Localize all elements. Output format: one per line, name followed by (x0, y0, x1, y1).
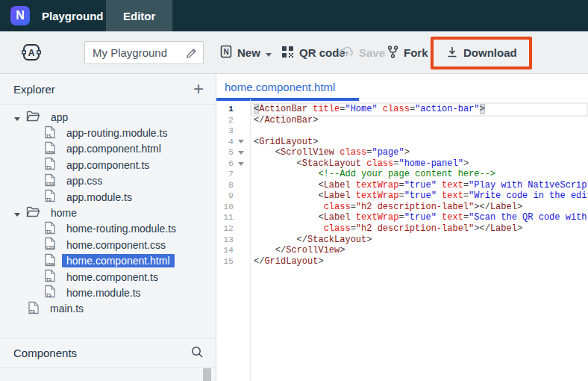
code-line-12[interactable]: class="h2 description-label"></Label> (254, 223, 588, 235)
fold-caret-icon[interactable] (234, 162, 248, 166)
code-token: GridLayout (259, 137, 313, 147)
code-token: > (517, 202, 522, 212)
line-number: 4 (216, 137, 234, 148)
gutter-row: 10 (216, 202, 250, 213)
qr-icon (281, 46, 294, 61)
code-token: > (313, 115, 318, 126)
code-token: ScrollView (286, 245, 340, 255)
tree-item-home-routing.module.ts[interactable]: TShome-routing.module.ts (0, 221, 216, 237)
code-line-14[interactable]: </ScrollView> (254, 245, 588, 256)
code-line-3[interactable] (254, 126, 588, 137)
add-file-button[interactable]: + (193, 81, 204, 96)
save-button[interactable]: Save (340, 31, 385, 74)
toolbar: A My Playground NNewQR codeSaveForkDownl… (0, 31, 588, 74)
code-token (254, 169, 318, 179)
tree-item-label: home (46, 206, 81, 220)
tree-item-label: app (46, 111, 72, 124)
code-token: > (340, 245, 345, 255)
code-line-5[interactable]: <ScrollView class="page"> (254, 147, 588, 158)
tree-item-home.component.html[interactable]: HTMLhome.component.html (0, 253, 216, 269)
components-header[interactable]: Components (0, 338, 216, 368)
code-line-1[interactable]: <ActionBar title="Home" class="action-ba… (254, 104, 588, 115)
fork-label: Fork (404, 46, 428, 59)
nativescript-logo-icon[interactable]: N (10, 6, 30, 25)
code-token: "home-panel" (398, 158, 463, 169)
tree-item-app.component.ts[interactable]: TSapp.component.ts (0, 157, 216, 173)
code-token: Label (490, 202, 517, 212)
gutter-row: 13 (216, 235, 250, 246)
open-file-tab[interactable]: home.component.html (216, 74, 359, 99)
fold-caret-icon[interactable] (234, 151, 248, 155)
code-line-11[interactable]: <Label textWrap="true" text="Scan the QR… (254, 212, 588, 223)
code-line-15[interactable]: </GridLayout> (254, 256, 588, 267)
tree-item-app[interactable]: app (0, 109, 216, 125)
explorer-sidebar: Explorer + appTSapp-routing.module.tsHTM… (0, 74, 216, 381)
tree-item-label: home.component.ts (62, 270, 163, 284)
gutter-row: 12 (216, 223, 250, 235)
code-line-2[interactable]: </ActionBar> (254, 115, 588, 126)
editor-tabbar: home.component.html (216, 74, 588, 99)
new-button[interactable]: NNew (220, 31, 272, 74)
sidebar-scrollbar-thumb[interactable] (203, 368, 211, 381)
tree-item-app.module.ts[interactable]: TSapp.module.ts (0, 189, 216, 205)
fold-caret-icon[interactable] (234, 140, 248, 143)
components-title: Components (13, 347, 77, 359)
code-token: > (404, 147, 410, 158)
top-bar: N Playground Editor (0, 0, 588, 31)
line-number: 10 (216, 202, 234, 213)
code-token: = (463, 190, 469, 201)
gutter-row: 6 (216, 158, 250, 170)
code-token: = (463, 180, 469, 190)
code-line-13[interactable]: </StackLayout> (254, 235, 588, 246)
code-token: "h2 description-label" (356, 223, 474, 234)
tree-item-app-routing.module.ts[interactable]: TSapp-routing.module.ts (0, 125, 216, 140)
code-line-10[interactable]: class="h2 description-label"></Label> (254, 202, 588, 213)
code-token (351, 190, 356, 201)
download-button[interactable]: Download (446, 31, 517, 74)
tree-item-home[interactable]: home (0, 205, 216, 220)
code-token: "action-bar" (415, 104, 479, 114)
open-file-tab-label: home.component.html (225, 81, 335, 93)
project-name-input[interactable]: My Playground (84, 41, 204, 64)
code-token: ></ (474, 223, 490, 234)
gutter-row: 1 (216, 104, 250, 115)
download-icon (446, 46, 458, 61)
code-line-6[interactable]: <StackLayout class="home-panel"> (254, 158, 588, 170)
code-editor[interactable]: 123456789101112131415 <ActionBar title="… (216, 99, 588, 381)
css-file-icon: CSS (44, 237, 56, 253)
code-token: <!--Add your page content here--> (318, 169, 495, 179)
code-line-7[interactable]: <!--Add your page content here--> (254, 169, 588, 180)
tree-item-main.ts[interactable]: TSmain.ts (0, 301, 216, 317)
code-token (254, 245, 275, 255)
code-token (254, 180, 318, 190)
code-line-8[interactable]: <Label textWrap="true" text="Play with N… (254, 180, 588, 191)
line-number: 9 (216, 190, 234, 202)
code-line-4[interactable]: <GridLayout> (254, 137, 588, 148)
code-token: Label (490, 223, 517, 234)
code-token: Label (324, 180, 351, 190)
tree-item-label: app.component.html (62, 142, 166, 155)
qr-label: QR code (299, 46, 345, 59)
code-line-9[interactable]: <Label textWrap="true" text="Write code … (254, 190, 588, 202)
fork-icon (387, 46, 398, 61)
tree-item-home.component.ts[interactable]: TShome.component.ts (0, 269, 216, 285)
tree-item-app.component.html[interactable]: HTMLapp.component.html (0, 141, 216, 157)
folder-caret-icon[interactable] (14, 111, 20, 123)
tree-item-home.module.ts[interactable]: TShome.module.ts (0, 285, 216, 300)
ts-file-icon: TS (44, 285, 56, 300)
svg-text:TS: TS (46, 133, 51, 137)
code-token: < (318, 180, 323, 190)
qr-button[interactable]: QR code (281, 31, 345, 74)
code-token: < (318, 190, 323, 201)
gutter-row: 4 (216, 137, 250, 148)
edit-pencil-icon[interactable] (186, 48, 197, 61)
line-number: 11 (216, 212, 234, 223)
folder-caret-icon[interactable] (14, 207, 20, 219)
tree-item-home.component.css[interactable]: CSShome.component.css (0, 237, 216, 253)
tree-item-app.css[interactable]: CSSapp.css (0, 173, 216, 189)
project-name-value: My Playground (93, 46, 167, 59)
fork-button[interactable]: Fork (387, 31, 428, 74)
tab-editor[interactable]: Editor (106, 0, 172, 31)
search-icon[interactable] (190, 345, 204, 361)
code-token: GridLayout (264, 256, 318, 267)
